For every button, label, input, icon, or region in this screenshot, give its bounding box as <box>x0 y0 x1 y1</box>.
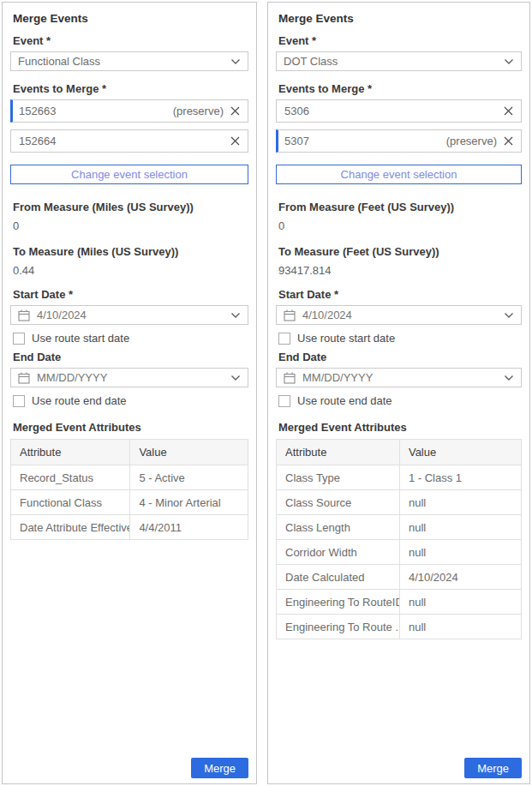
event-id: 152664 <box>19 135 224 147</box>
start-date-value: 4/10/2024 <box>302 309 497 321</box>
remove-event-icon[interactable] <box>504 106 513 116</box>
attribute-cell: Engineering To Route ... <box>277 615 400 639</box>
use-route-end-date-row: Use route end date <box>10 394 248 407</box>
attribute-cell: Corridor Width <box>277 540 400 564</box>
change-event-selection-button[interactable]: Change event selection <box>276 165 522 184</box>
value-cell: 4/4/2011 <box>130 521 248 534</box>
attribute-cell: Record_Status <box>11 465 130 489</box>
merge-button[interactable]: Merge <box>464 758 522 778</box>
attribute-cell: Class Length <box>277 515 400 539</box>
event-to-merge-input[interactable]: 152664 <box>10 129 248 153</box>
merge-events-panel-left: Merge Events Event * Functional Class Ev… <box>2 2 257 784</box>
use-route-start-date-row: Use route start date <box>10 332 248 345</box>
event-select[interactable]: DOT Class <box>276 51 522 71</box>
merged-event-attributes-label: Merged Event Attributes <box>276 421 522 434</box>
events-to-merge-label: Events to Merge * <box>10 82 248 95</box>
merge-events-panel-right: Merge Events Event * DOT Class Events to… <box>267 2 530 784</box>
value-cell: 5 - Active <box>130 471 248 484</box>
merge-button[interactable]: Merge <box>191 758 248 778</box>
use-route-start-date-label: Use route start date <box>32 332 129 345</box>
preserve-tag: (preserve) <box>446 135 497 147</box>
use-route-start-date-row: Use route start date <box>276 332 522 345</box>
calendar-icon <box>18 309 30 321</box>
value-cell: null <box>400 521 521 534</box>
merged-attributes-table: Attribute Value Record_Status 5 - Active… <box>10 439 248 540</box>
start-date-picker[interactable]: 4/10/2024 <box>10 305 248 325</box>
value-cell: 1 - Class 1 <box>400 471 521 484</box>
start-date-picker[interactable]: 4/10/2024 <box>276 305 522 325</box>
chevron-down-icon <box>230 312 241 319</box>
attribute-cell: Functional Class <box>11 490 130 514</box>
calendar-icon <box>284 309 296 321</box>
use-route-end-date-checkbox[interactable] <box>13 395 25 407</box>
event-to-merge-input[interactable]: 152663 (preserve) <box>10 99 248 123</box>
end-date-picker[interactable]: MM/DD/YYYY <box>10 368 248 387</box>
remove-event-icon[interactable] <box>230 106 240 116</box>
use-route-end-date-checkbox[interactable] <box>278 395 290 407</box>
table-row: Corridor Width null <box>277 539 521 564</box>
merged-attributes-table: Attribute Value Class Type 1 - Class 1 C… <box>276 439 522 639</box>
preserve-tag: (preserve) <box>173 105 224 117</box>
value-cell: null <box>400 546 521 559</box>
table-row: Record_Status 5 - Active <box>11 465 248 489</box>
start-date-label: Start Date * <box>10 288 248 301</box>
table-row: Class Type 1 - Class 1 <box>277 465 521 489</box>
use-route-end-date-label: Use route end date <box>32 394 127 407</box>
event-select[interactable]: Functional Class <box>10 51 248 71</box>
event-select-value: Functional Class <box>18 55 230 68</box>
attribute-cell: Date Attribute Effective <box>11 515 130 539</box>
remove-event-icon[interactable] <box>504 136 513 146</box>
remove-event-icon[interactable] <box>230 136 240 146</box>
event-id: 5307 <box>284 135 446 147</box>
from-measure-value: 0 <box>10 219 248 232</box>
end-date-value: MM/DD/YYYY <box>37 371 224 384</box>
panel-footer: Merge <box>276 758 522 779</box>
merge-events-workspace: Merge Events Event * Functional Class Ev… <box>0 0 532 786</box>
table-header-row: Attribute Value <box>277 440 521 465</box>
table-row: Class Source null <box>277 489 521 514</box>
change-event-selection-button[interactable]: Change event selection <box>10 165 248 184</box>
value-column-header: Value <box>130 446 248 459</box>
use-route-start-date-label: Use route start date <box>297 332 395 345</box>
to-measure-value: 93417.814 <box>276 264 522 277</box>
end-date-label: End Date <box>276 351 522 363</box>
value-cell: 4/10/2024 <box>400 571 521 584</box>
event-label: Event * <box>276 34 522 47</box>
use-route-start-date-checkbox[interactable] <box>13 333 25 345</box>
chevron-down-icon <box>230 58 241 65</box>
end-date-value: MM/DD/YYYY <box>302 371 497 384</box>
event-label: Event * <box>10 34 248 47</box>
event-id: 5306 <box>284 105 497 117</box>
value-column-header: Value <box>400 446 521 459</box>
start-date-value: 4/10/2024 <box>37 309 224 321</box>
event-to-merge-input[interactable]: 5306 <box>276 99 522 123</box>
calendar-icon <box>284 372 296 384</box>
event-select-value: DOT Class <box>284 55 504 68</box>
attribute-column-header: Attribute <box>11 440 130 465</box>
chevron-down-icon <box>504 58 514 65</box>
panel-title: Merge Events <box>10 12 248 25</box>
end-date-picker[interactable]: MM/DD/YYYY <box>276 368 522 387</box>
table-row: Engineering To Route ... null <box>277 614 521 639</box>
attribute-cell: Class Type <box>277 465 400 489</box>
merged-event-attributes-label: Merged Event Attributes <box>10 421 248 434</box>
to-measure-label: To Measure (Miles (US Survey)) <box>10 245 248 258</box>
events-to-merge-label: Events to Merge * <box>276 82 522 95</box>
value-cell: null <box>400 496 521 509</box>
from-measure-value: 0 <box>276 219 522 232</box>
panel-title: Merge Events <box>276 12 522 25</box>
event-id: 152663 <box>19 105 173 117</box>
table-row: Class Length null <box>277 514 521 539</box>
value-cell: null <box>400 621 521 633</box>
table-row: Date Calculated 4/10/2024 <box>277 564 521 589</box>
chevron-down-icon <box>504 375 514 381</box>
to-measure-label: To Measure (Feet (US Survey)) <box>276 245 522 258</box>
calendar-icon <box>18 372 30 384</box>
table-row: Date Attribute Effective 4/4/2011 <box>11 514 248 539</box>
attribute-cell: Class Source <box>277 490 400 514</box>
event-to-merge-input[interactable]: 5307 (preserve) <box>276 129 522 153</box>
table-row: Engineering To RouteID null <box>277 589 521 614</box>
use-route-start-date-checkbox[interactable] <box>278 333 290 345</box>
from-measure-label: From Measure (Miles (US Survey)) <box>10 201 248 213</box>
table-header-row: Attribute Value <box>11 440 248 465</box>
